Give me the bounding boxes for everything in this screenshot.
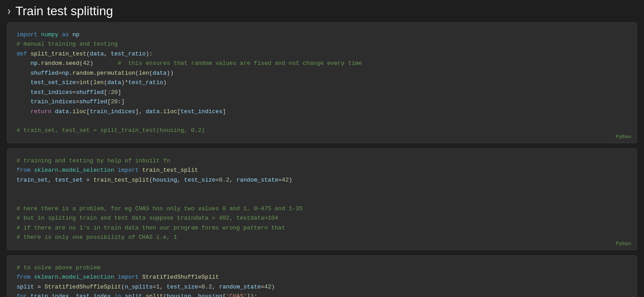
cell-1-language: Python bbox=[616, 134, 631, 139]
cell-2-content: # training and testing by help of inbuil… bbox=[8, 149, 636, 250]
cell-3-content: # to solve above problem from sklearn.mo… bbox=[8, 256, 636, 297]
cell-1[interactable]: import numpy as np # manual training and… bbox=[7, 22, 637, 143]
cell-2-code: # training and testing by help of inbuil… bbox=[17, 156, 627, 242]
page-title: Train test splitting bbox=[15, 4, 113, 18]
cell-wrapper-3: # to solve above problem from sklearn.mo… bbox=[7, 255, 637, 297]
cell-wrapper-1: [6] import numpy as np # manual training… bbox=[7, 22, 637, 143]
cell-3[interactable]: # to solve above problem from sklearn.mo… bbox=[7, 255, 637, 297]
cell-2[interactable]: # training and testing by help of inbuil… bbox=[7, 148, 637, 250]
cell-3-code: # to solve above problem from sklearn.mo… bbox=[17, 263, 627, 297]
notebook-cells: [6] import numpy as np # manual training… bbox=[0, 22, 644, 297]
collapse-icon[interactable]: ❯ bbox=[7, 8, 11, 15]
page-header: ❯ Train test splitting bbox=[0, 0, 644, 22]
cell-1-code: import numpy as np # manual training and… bbox=[17, 30, 627, 136]
cell-1-content: import numpy as np # manual training and… bbox=[8, 23, 636, 143]
cell-2-language: Python bbox=[616, 241, 631, 246]
cell-wrapper-2: [7] # training and testing by help of in… bbox=[7, 148, 637, 250]
